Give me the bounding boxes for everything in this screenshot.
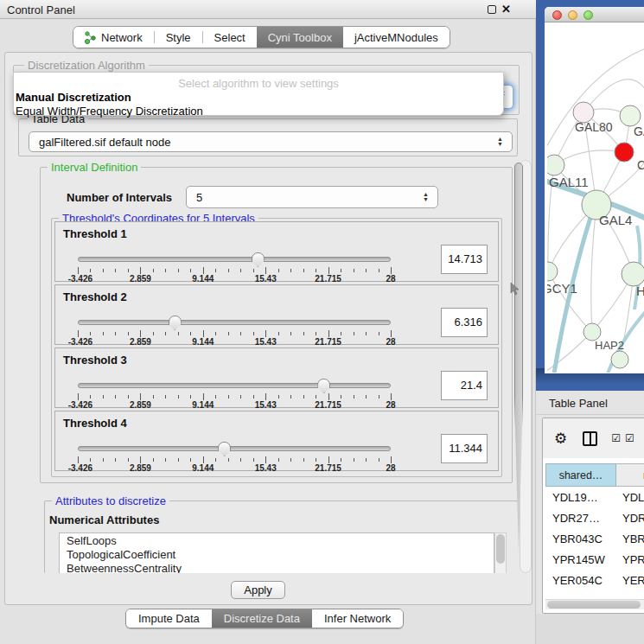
menu-item-equal-width[interactable]: Equal Width/Frequency Discretization: [14, 104, 503, 118]
network-node-gal11[interactable]: [547, 155, 564, 175]
tick-mark: [90, 395, 91, 399]
threshold-slider[interactable]: [78, 320, 391, 325]
tick-labels: -3.4262.8599.14415.4321.71528: [78, 463, 391, 472]
network-edge[interactable]: [591, 205, 596, 332]
cell-shared-name[interactable]: YPR145W: [545, 553, 616, 566]
tick-label: 28: [386, 337, 395, 347]
tick-label: 21.715: [315, 337, 341, 347]
tick-mark: [190, 395, 191, 399]
table-data-combo[interactable]: galFiltered.sif default node ▲▼: [29, 131, 513, 152]
tab-style[interactable]: Style: [155, 27, 202, 48]
tab-jactivemnodules[interactable]: jActiveMNodules: [343, 27, 450, 48]
attribute-list-item[interactable]: TopologicalCoefficient: [60, 547, 494, 561]
network-node-unlabeled[interactable]: [611, 351, 628, 368]
menu-item-manual-discretization[interactable]: Manual Discretization: [14, 90, 503, 104]
network-node-gcy1[interactable]: [547, 262, 558, 281]
network-window: GAL80GACGAL11GAL4GCY1HHAP2: [545, 7, 644, 373]
cell-name[interactable]: YPR1: [616, 553, 644, 566]
threshold-label: Threshold 2: [63, 290, 127, 303]
tick-mark: [303, 458, 304, 462]
checkbox-icon[interactable]: ☑: [625, 432, 634, 444]
attribute-list-item[interactable]: BetweennessCentrality: [60, 561, 494, 573]
cell-shared-name[interactable]: YER054C: [545, 574, 616, 587]
tab-infer-network[interactable]: Infer Network: [312, 609, 403, 628]
cell-shared-name[interactable]: YDR27…: [545, 512, 616, 525]
tick-mark: [115, 458, 116, 462]
gear-icon[interactable]: ⚙: [554, 430, 567, 448]
threshold-slider[interactable]: [78, 257, 391, 262]
panel-scrollbar[interactable]: [520, 160, 532, 573]
slider-thumb[interactable]: [252, 252, 265, 267]
network-node-h[interactable]: [622, 262, 644, 286]
threshold-value[interactable]: 6.316: [441, 308, 488, 337]
network-window-titlebar[interactable]: [545, 7, 644, 22]
table-row[interactable]: YDR27…YDR2: [545, 507, 644, 528]
network-canvas[interactable]: GAL80GACGAL11GAL4GCY1HHAP2: [547, 22, 644, 373]
network-node-hap2[interactable]: [583, 323, 601, 341]
table-panel: ⚙ ☑ ☑ shared… na YDL19…YDL1YDR27…YDR2YBR…: [542, 418, 644, 614]
tick-mark: [103, 395, 104, 399]
cell-name[interactable]: YER0: [616, 574, 644, 587]
threshold-value[interactable]: 21.4: [441, 371, 488, 400]
attribute-list-item[interactable]: SelfLoops: [60, 533, 494, 547]
tick-mark: [165, 269, 166, 272]
close-icon[interactable]: ✕: [501, 3, 511, 16]
number-of-intervals-combo[interactable]: 5 ▲▼: [186, 186, 438, 208]
apply-button[interactable]: Apply: [231, 581, 285, 599]
table-row[interactable]: YER054CYER0: [545, 570, 644, 590]
tick-mark: [128, 332, 129, 335]
tick-mark: [140, 456, 141, 463]
table-row[interactable]: YBR045CYBR0: [545, 590, 644, 597]
tab-discretize-data[interactable]: Discretize Data: [212, 609, 312, 628]
float-window-icon[interactable]: [488, 5, 496, 14]
threshold-slider[interactable]: [78, 446, 391, 451]
threshold-slider[interactable]: [78, 383, 391, 388]
cell-name[interactable]: YBR0: [616, 532, 644, 545]
slider-thumb[interactable]: [218, 442, 231, 456]
tick-mark: [115, 269, 116, 272]
tick-mark: [178, 269, 179, 272]
close-traffic-icon[interactable]: [552, 10, 562, 20]
numerical-attributes-list[interactable]: SelfLoopsTopologicalCoefficientBetweenne…: [59, 532, 494, 573]
table-row[interactable]: YBR043CYBR0: [545, 528, 644, 549]
table-row[interactable]: YPR145WYPR1: [545, 549, 644, 570]
slider-thumb[interactable]: [317, 379, 330, 393]
tab-cyni-toolbox[interactable]: Cyni Toolbox: [257, 27, 343, 48]
cell-shared-name[interactable]: YBR045C: [545, 595, 616, 598]
cell-shared-name[interactable]: YBR043C: [545, 532, 616, 545]
tab-select[interactable]: Select: [203, 27, 257, 48]
tick-mark: [391, 267, 392, 274]
tick-mark: [278, 332, 279, 335]
tick-mark: [265, 393, 266, 400]
network-node-ga[interactable]: [620, 105, 641, 126]
cell-name[interactable]: YDR2: [616, 512, 644, 525]
columns-icon[interactable]: [583, 431, 597, 446]
panel-title: Control Panel: [7, 3, 75, 16]
tab-impute-data[interactable]: Impute Data: [126, 609, 212, 628]
column-header-shared[interactable]: shared…: [545, 463, 616, 487]
node-label: GAL4: [599, 213, 632, 227]
threshold-value[interactable]: 14.713: [441, 245, 488, 274]
cell-name[interactable]: YDL1: [616, 491, 644, 504]
zoom-traffic-icon[interactable]: [583, 10, 593, 20]
tick-mark: [253, 269, 254, 272]
table-row[interactable]: YDL19…YDL1: [545, 487, 644, 507]
table-hscrollbar[interactable]: [545, 599, 644, 609]
minimize-traffic-icon[interactable]: [568, 10, 577, 20]
network-edge[interactable]: [547, 48, 644, 152]
tick-mark: [240, 395, 241, 399]
tick-label: 9.144: [192, 463, 214, 473]
threshold-value[interactable]: 11.344: [441, 434, 488, 463]
column-header-name[interactable]: na: [616, 463, 644, 487]
attributes-scrollbar[interactable]: [494, 532, 507, 573]
tick-mark: [140, 267, 141, 274]
checkbox-icon[interactable]: ☑: [611, 432, 621, 444]
tick-mark: [278, 395, 279, 399]
cell-name[interactable]: YBR0: [616, 595, 644, 598]
network-node-c[interactable]: [615, 143, 634, 162]
cell-shared-name[interactable]: YDL19…: [545, 491, 616, 504]
tick-mark: [366, 269, 367, 272]
tab-network[interactable]: Network: [73, 27, 154, 48]
slider-thumb[interactable]: [169, 316, 182, 330]
tick-mark: [165, 332, 166, 335]
